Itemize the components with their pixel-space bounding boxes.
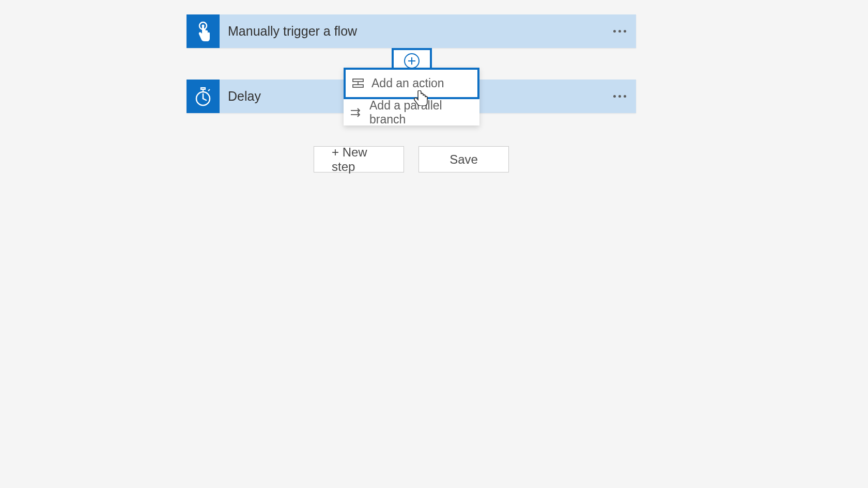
delay-icon-box [187, 80, 220, 113]
svg-line-4 [208, 89, 210, 91]
svg-rect-10 [353, 85, 363, 87]
trigger-step-title: Manually trigger a flow [228, 24, 603, 39]
svg-rect-8 [353, 79, 363, 82]
insert-step-menu: Add an action Add a parallel branch [344, 68, 479, 125]
menu-item-add-action-label: Add an action [371, 76, 444, 90]
stopwatch-icon [193, 86, 213, 107]
svg-line-7 [203, 99, 206, 100]
more-icon [613, 95, 626, 98]
trigger-more-button[interactable] [603, 14, 636, 48]
trigger-step-card[interactable]: Manually trigger a flow [187, 14, 636, 48]
bottom-buttons: + New step Save [314, 146, 509, 172]
add-parallel-icon [350, 107, 362, 118]
menu-item-add-parallel[interactable]: Add a parallel branch [344, 99, 479, 125]
new-step-button-label: + New step [332, 145, 386, 174]
save-button[interactable]: Save [419, 146, 509, 172]
more-icon [613, 30, 626, 33]
new-step-button[interactable]: + New step [314, 146, 404, 172]
menu-item-add-action[interactable]: Add an action [344, 68, 479, 99]
svg-rect-2 [201, 88, 205, 89]
touch-icon [194, 21, 212, 42]
plus-icon [404, 53, 420, 69]
save-button-label: Save [450, 152, 478, 167]
flow-canvas: Manually trigger a flow Delay [0, 0, 868, 488]
delay-more-button[interactable] [603, 80, 636, 113]
menu-item-add-parallel-label: Add a parallel branch [369, 99, 473, 127]
add-action-icon [352, 78, 364, 89]
trigger-icon-box [187, 14, 220, 48]
